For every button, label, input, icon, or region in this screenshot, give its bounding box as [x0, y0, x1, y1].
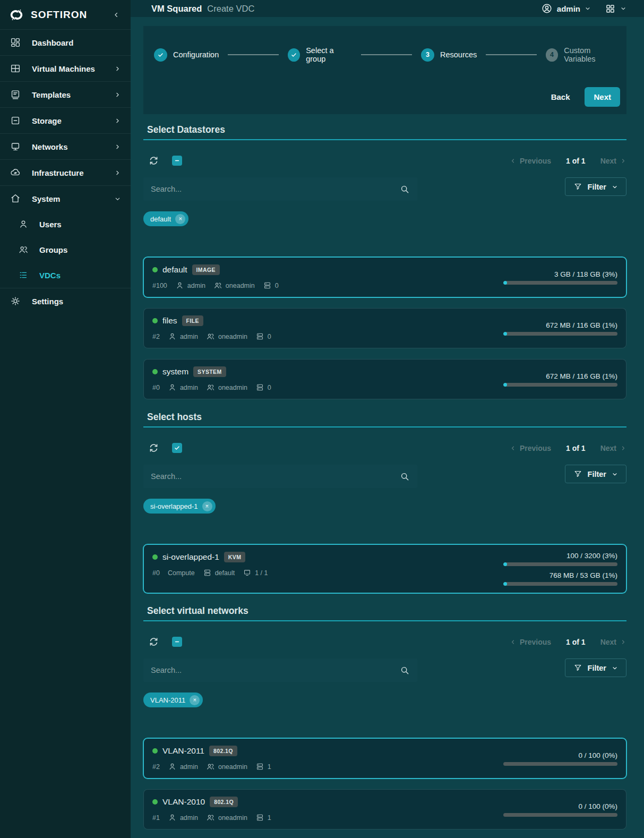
- step-label: Resources: [440, 50, 477, 59]
- chevron-right-icon: [114, 117, 121, 124]
- templates-icon: [10, 89, 21, 100]
- sidebar-item-vdcs[interactable]: VDCs: [0, 262, 131, 288]
- select-all-checkbox[interactable]: [172, 637, 182, 647]
- meta-item: oneadmin: [206, 762, 247, 771]
- minus-icon: [174, 157, 181, 164]
- user-icon: [168, 762, 177, 771]
- sidebar-item-storage[interactable]: Storage: [0, 107, 131, 133]
- card-si-overlapped-1[interactable]: si-overlapped-1KVM#0Computedefault1 / 11…: [143, 544, 626, 593]
- sidebar-header: SOFTIRON: [0, 0, 131, 29]
- sidebar-item-virtual-machines[interactable]: Virtual Machines: [0, 55, 131, 81]
- card-name: VLAN-2010: [162, 797, 205, 807]
- monitor-icon: [243, 568, 252, 577]
- server-icon: [255, 762, 264, 771]
- back-button[interactable]: Back: [542, 88, 580, 106]
- filter-button[interactable]: Filter: [565, 465, 626, 483]
- chip-remove-button[interactable]: [202, 501, 212, 511]
- filter-button[interactable]: Filter: [565, 177, 626, 196]
- next-page-button[interactable]: Next: [600, 157, 626, 165]
- apps-menu[interactable]: [605, 3, 626, 14]
- chevron-right-icon: [620, 445, 626, 451]
- user-menu[interactable]: admin: [541, 3, 591, 14]
- refresh-button[interactable]: [148, 442, 159, 454]
- sidebar-item-label: Storage: [32, 116, 62, 125]
- chevron-right-icon: [114, 65, 121, 72]
- usage-text: 672 MB / 116 GB (1%): [546, 321, 617, 329]
- meta-item: #2: [152, 333, 160, 340]
- card-meta: #2adminoneadmin0: [152, 332, 271, 341]
- refresh-button[interactable]: [148, 636, 159, 647]
- page-title: VM Squared: [151, 4, 202, 14]
- usage-bar: [503, 582, 617, 586]
- card-usage: 672 MB / 116 GB (1%): [503, 366, 617, 392]
- meta-item: 0: [263, 281, 279, 290]
- sidebar-item-users[interactable]: Users: [0, 211, 131, 237]
- previous-page-button[interactable]: Previous: [510, 638, 551, 646]
- sidebar-item-networks[interactable]: Networks: [0, 133, 131, 159]
- wizard-step-select-a-group[interactable]: Select a group: [288, 46, 352, 63]
- sidebar-item-dashboard[interactable]: Dashboard: [0, 29, 131, 55]
- chevron-right-icon: [620, 158, 626, 164]
- wizard-step-resources[interactable]: 3Resources: [421, 48, 477, 62]
- sidebar: SOFTIRON DashboardVirtual MachinesTempla…: [0, 0, 131, 838]
- users-icon: [206, 383, 215, 392]
- sidebar-collapse-button[interactable]: [111, 10, 121, 20]
- select-all-checkbox[interactable]: [172, 156, 182, 166]
- page-indicator: 1 of 1: [566, 444, 586, 452]
- search-input[interactable]: [143, 659, 417, 682]
- card-system[interactable]: systemSYSTEM#0adminoneadmin0672 MB / 116…: [143, 359, 626, 399]
- step-number: 3: [421, 48, 434, 62]
- search-input[interactable]: [143, 465, 417, 488]
- sidebar-item-system[interactable]: System: [0, 185, 131, 211]
- chevron-right-icon: [114, 169, 121, 176]
- sidebar-item-label: Infrastructure: [32, 168, 84, 177]
- content: ConfigurationSelect a group3Resources4Cu…: [131, 17, 644, 838]
- page-indicator: 1 of 1: [566, 638, 586, 646]
- filter-button[interactable]: Filter: [565, 659, 626, 677]
- chevron-left-icon: [510, 445, 516, 451]
- step-label: Configuration: [173, 50, 219, 59]
- meta-item: admin: [168, 383, 198, 392]
- refresh-button[interactable]: [148, 155, 159, 166]
- chip-remove-button[interactable]: [175, 214, 185, 224]
- sidebar-item-label: VDCs: [39, 271, 61, 280]
- filter-chip-si-overlapped-1[interactable]: si-overlapped-1: [143, 499, 216, 514]
- user-icon: [168, 332, 177, 341]
- filter-chip-vlan-2011[interactable]: VLAN-2011: [143, 692, 203, 707]
- next-page-button[interactable]: Next: [600, 638, 626, 646]
- previous-page-button[interactable]: Previous: [510, 157, 551, 165]
- wizard-step-custom-variables[interactable]: 4Custom Variables: [546, 46, 620, 63]
- server-icon: [255, 383, 264, 392]
- next-page-button[interactable]: Next: [600, 444, 626, 452]
- networks-icon: [10, 141, 21, 152]
- user-icon: [175, 281, 184, 290]
- search-input[interactable]: [143, 177, 417, 201]
- previous-page-button[interactable]: Previous: [510, 444, 551, 452]
- card-default[interactable]: defaultIMAGE#100adminoneadmin03 GB / 118…: [143, 257, 626, 297]
- card-vlan-2010[interactable]: VLAN-2010802.1Q#1adminoneadmin10 / 100 (…: [143, 789, 626, 830]
- card-name: VLAN-2011: [162, 746, 204, 756]
- wizard-stepper: ConfigurationSelect a group3Resources4Cu…: [154, 46, 620, 63]
- filter-chip-default[interactable]: default: [143, 211, 188, 226]
- card-usage: 3 GB / 118 GB (3%): [503, 264, 617, 290]
- usage-text: 100 / 3200 (3%): [566, 552, 617, 560]
- card-vlan-2011[interactable]: VLAN-2011802.1Q#2adminoneadmin10 / 100 (…: [143, 738, 626, 779]
- card-files[interactable]: filesFILE#2adminoneadmin0672 MB / 116 GB…: [143, 308, 626, 348]
- type-badge: 802.1Q: [210, 797, 238, 807]
- usage-bar: [503, 762, 617, 766]
- search-icon: [399, 184, 410, 194]
- usage-bar: [503, 332, 617, 336]
- topbar: VM Squared Create VDC admin: [131, 0, 644, 17]
- wizard-step-configuration[interactable]: Configuration: [154, 48, 219, 62]
- sidebar-item-templates[interactable]: Templates: [0, 81, 131, 107]
- sidebar-item-groups[interactable]: Groups: [0, 237, 131, 262]
- storage-icon: [10, 115, 21, 126]
- chip-remove-button[interactable]: [190, 695, 200, 705]
- next-button[interactable]: Next: [585, 87, 620, 107]
- section-select-hosts: Select hostsPrevious1 of 1NextFiltersi-o…: [143, 408, 626, 593]
- select-all-checkbox[interactable]: [172, 443, 182, 453]
- funnel-icon: [573, 182, 582, 191]
- usage-text: 672 MB / 116 GB (1%): [546, 372, 617, 380]
- sidebar-item-infrastructure[interactable]: Infrastructure: [0, 159, 131, 185]
- sidebar-item-settings[interactable]: Settings: [0, 288, 131, 314]
